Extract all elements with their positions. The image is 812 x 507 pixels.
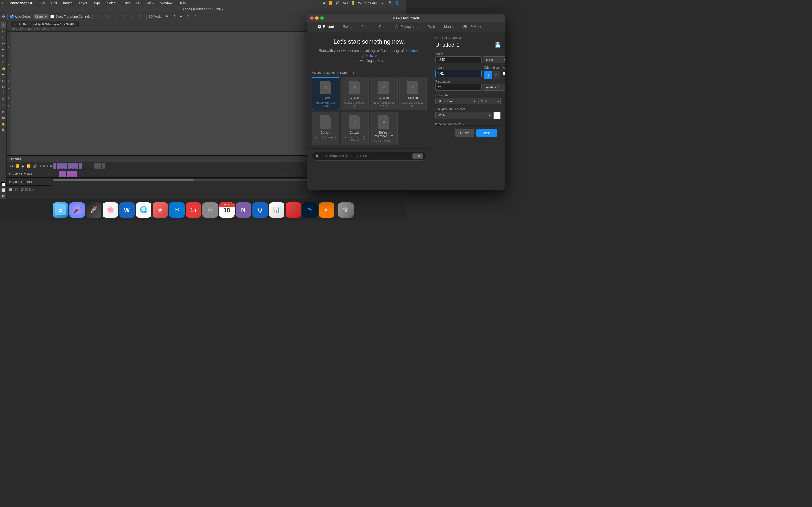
- doc-icon-inner-5: ✕: [324, 119, 327, 125]
- dialog-hero: Let's start something new. Start with yo…: [307, 33, 406, 68]
- recent-item-sub-4: 195 x 357 px @ 72 ppi: [402, 101, 406, 107]
- saved-tab-label: Saved: [343, 25, 352, 29]
- dialog-tab-art[interactable]: Art & Illustration: [391, 22, 406, 32]
- recent-item-icon-7: ✕: [377, 115, 391, 129]
- recent-item-icon-2: ✕: [348, 80, 362, 94]
- doc-icon-3: ✕: [378, 80, 389, 94]
- recent-grid: ✕ Custom 55 x 38.153 in @ 72 ppi ✕: [312, 77, 406, 145]
- doc-icon-inner-7: ✕: [382, 119, 386, 125]
- dialog-maximize-btn[interactable]: [320, 16, 324, 20]
- art-tab-label: Art & Illustration: [395, 25, 406, 29]
- dialog-title-bar: New Document: [307, 14, 406, 22]
- recent-item-name-7: Default Photoshop Size: [373, 131, 395, 138]
- recent-item-icon-3: ✕: [377, 80, 391, 94]
- doc-icon-inner-6: ✕: [353, 119, 356, 125]
- doc-icon-1: ✕: [320, 81, 331, 94]
- recent-item-sub-3: 2048 x 2048 px @ 300 ppi: [373, 101, 395, 107]
- recent-count: (7): [350, 71, 354, 74]
- dialog-left-panel: Let's start something new. Start with yo…: [307, 33, 406, 190]
- recent-item-name-6: Custom: [350, 131, 359, 134]
- template-search-input[interactable]: [320, 154, 406, 158]
- recent-item-icon-1: ✕: [319, 80, 333, 95]
- doc-icon-2: ✕: [349, 80, 360, 94]
- dialog-title: New Document: [393, 16, 406, 20]
- doc-icon-inner-1: ✕: [324, 85, 327, 91]
- recent-section: YOUR RECENT ITEMS (7) ✕ Custom: [307, 68, 406, 149]
- dialog-close-btn[interactable]: [310, 16, 313, 20]
- recent-item-sub-1: 55 x 38.153 in @ 72 ppi: [315, 102, 336, 107]
- recent-item-name-3: Custom: [379, 96, 389, 100]
- dialog-minimize-btn[interactable]: [315, 16, 319, 20]
- recent-item-sub-6: 3072 x 3072 px @ 300 ppi: [343, 136, 366, 142]
- print-tab-label: Print: [379, 25, 386, 29]
- photo-tab-label: Photo: [361, 25, 370, 29]
- recent-item-icon-6: ✕: [348, 115, 362, 129]
- doc-icon-inner-2: ✕: [353, 85, 356, 90]
- recent-clock-icon: 🕐: [317, 25, 322, 29]
- dialog-overlay: New Document 🕐 Recent Saved Photo Print …: [0, 0, 406, 253]
- recent-item-sub-5: 5 x 7 in @ 300 ppi: [315, 136, 336, 139]
- recent-item-sub-7: 7 x 5 in @ 300 ppi: [373, 140, 394, 143]
- recent-item-2[interactable]: ✕ Custom 2.5 x 3.5 in @ 300 ppi: [341, 77, 368, 110]
- recent-item-5[interactable]: ✕ Custom 5 x 7 in @ 300 ppi: [312, 112, 339, 145]
- recent-tab-label: Recent: [323, 25, 334, 29]
- dialog-tab-photo[interactable]: Photo: [357, 22, 375, 32]
- recent-header: YOUR RECENT ITEMS (7): [312, 71, 406, 74]
- recent-item-1[interactable]: ✕ Custom 55 x 38.153 in @ 72 ppi: [312, 77, 339, 110]
- doc-icon-inner-3: ✕: [382, 85, 386, 90]
- dialog-tab-print[interactable]: Print: [375, 22, 391, 32]
- recent-item-3[interactable]: ✕ Custom 2048 x 2048 px @ 300 ppi: [370, 77, 398, 110]
- recent-item-sub-2: 2.5 x 3.5 in @ 300 ppi: [343, 101, 366, 107]
- hero-description: Start with your own document settings or…: [316, 48, 406, 63]
- hero-title: Let's start something new.: [316, 38, 406, 45]
- doc-icon-7: ✕: [378, 115, 389, 129]
- dialog-traffic-lights: [310, 16, 324, 20]
- search-input-wrap: Go: [312, 152, 406, 161]
- recent-item-icon-5: ✕: [319, 115, 333, 129]
- recent-item-7[interactable]: ✕ Default Photoshop Size 7 x 5 in @ 300 …: [370, 112, 398, 145]
- dialog-tab-recent[interactable]: 🕐 Recent: [313, 22, 338, 32]
- recent-item-6[interactable]: ✕ Custom 3072 x 3072 px @ 300 ppi: [341, 112, 368, 145]
- dialog-body: Let's start something new. Start with yo…: [307, 33, 406, 190]
- recent-item-name-1: Custom: [320, 96, 330, 100]
- recent-item-name-5: Custom: [320, 131, 330, 134]
- new-document-dialog: New Document 🕐 Recent Saved Photo Print …: [307, 14, 406, 190]
- recent-item-icon-4: ✕: [406, 80, 406, 94]
- recent-item-name-2: Custom: [350, 96, 359, 100]
- recent-item-4[interactable]: ✕ Custom 195 x 357 px @ 72 ppi: [399, 77, 406, 110]
- doc-icon-6: ✕: [349, 115, 360, 129]
- dialog-tab-saved[interactable]: Saved: [338, 22, 357, 32]
- dialog-tabs: 🕐 Recent Saved Photo Print Art & Illustr…: [307, 22, 406, 33]
- dialog-search-area: Go: [307, 149, 406, 163]
- doc-icon-5: ✕: [320, 115, 331, 129]
